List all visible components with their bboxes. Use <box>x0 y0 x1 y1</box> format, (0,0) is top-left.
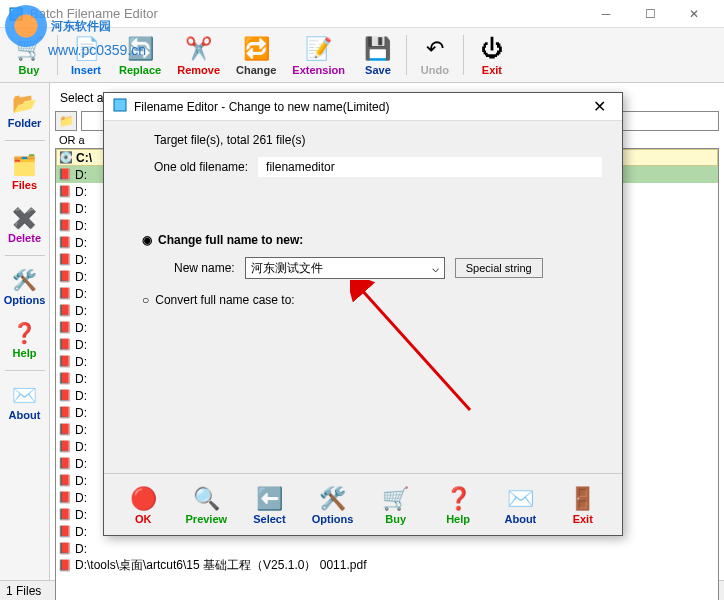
radio-checked-icon: ◉ <box>142 233 152 247</box>
replace-icon: 🔄 <box>126 35 154 63</box>
delete-button[interactable]: ✖️ Delete <box>3 202 47 247</box>
file-row[interactable]: 📕D: <box>56 540 718 557</box>
pdf-icon: 📕 <box>58 253 72 267</box>
pdf-icon: 📕 <box>58 406 72 420</box>
pdf-icon: 📕 <box>58 372 72 386</box>
envelope-icon: ✉️ <box>12 382 38 408</box>
drive-icon: 💽 <box>59 151 73 165</box>
pdf-icon: 📕 <box>58 440 72 454</box>
pdf-icon: 📕 <box>58 525 72 539</box>
undo-icon: ↶ <box>421 35 449 63</box>
target-files-label: Target file(s), total 261 file(s) <box>154 133 305 147</box>
app-icon <box>8 6 24 22</box>
maximize-button[interactable]: ☐ <box>628 0 672 28</box>
delete-icon: ✖️ <box>12 205 38 231</box>
remove-icon: ✂️ <box>185 35 213 63</box>
cart-icon: 🛒 <box>15 35 43 63</box>
power-icon: ⏻ <box>478 35 506 63</box>
pdf-icon: 📕 <box>58 389 72 403</box>
options-icon: 🛠️ <box>319 485 347 513</box>
pdf-icon: 📕 <box>58 219 72 233</box>
pdf-icon: 📕 <box>58 474 72 488</box>
replace-button[interactable]: 🔄 Replace <box>112 31 168 79</box>
remove-button[interactable]: ✂️ Remove <box>170 31 227 79</box>
ok-icon: 🔴 <box>129 485 157 513</box>
pdf-icon: 📕 <box>58 236 72 250</box>
cart-icon: 🛒 <box>382 485 410 513</box>
pdf-icon: 📕 <box>58 423 72 437</box>
files-button[interactable]: 🗂️ Files <box>3 149 47 194</box>
dialog-title: Filename Editor - Change to new name(Lim… <box>134 100 584 114</box>
minimize-button[interactable]: ─ <box>584 0 628 28</box>
pdf-icon: 📕 <box>58 355 72 369</box>
insert-button[interactable]: 📄 Insert <box>62 31 110 79</box>
dialog-close-button[interactable]: ✕ <box>584 95 614 119</box>
dlg-buy-button[interactable]: 🛒 Buy <box>372 483 420 527</box>
exit-icon: 🚪 <box>569 485 597 513</box>
change-icon: 🔁 <box>242 35 270 63</box>
pdf-icon: 📕 <box>58 491 72 505</box>
dlg-options-button[interactable]: 🛠️ Options <box>308 483 358 527</box>
pdf-icon: 📕 <box>58 202 72 216</box>
pdf-icon: 📕 <box>58 457 72 471</box>
pdf-icon: 📕 <box>58 542 72 556</box>
close-button[interactable]: ✕ <box>672 0 716 28</box>
buy-button[interactable]: 🛒 Buy <box>5 31 53 79</box>
pdf-icon: 📕 <box>58 270 72 284</box>
dlg-exit-button[interactable]: 🚪 Exit <box>559 483 607 527</box>
folder-icon: 📂 <box>12 90 38 116</box>
svg-rect-1 <box>114 99 126 111</box>
pdf-icon: 📕 <box>58 168 72 182</box>
old-filename-label: One old filename: <box>154 160 248 174</box>
about-button[interactable]: ✉️ About <box>3 379 47 424</box>
dialog-toolbar: 🔴 OK 🔍 Preview ⬅️ Select 🛠️ Options 🛒 Bu… <box>104 473 622 535</box>
pdf-icon: 📕 <box>58 338 72 352</box>
radio-unchecked-icon: ○ <box>142 293 149 307</box>
options-button[interactable]: 🛠️ Options <box>3 264 47 309</box>
insert-icon: 📄 <box>72 35 100 63</box>
svg-rect-0 <box>10 8 22 20</box>
pdf-icon: 📕 <box>58 304 72 318</box>
extension-button[interactable]: 📝 Extension <box>285 31 352 79</box>
pdf-icon: 📕 <box>58 508 72 522</box>
save-button[interactable]: 💾 Save <box>354 31 402 79</box>
dlg-about-button[interactable]: ✉️ About <box>496 483 544 527</box>
options-icon: 🛠️ <box>12 267 38 293</box>
window-title: Batch Filename Editor <box>30 6 584 21</box>
special-string-button[interactable]: Special string <box>455 258 543 278</box>
help-icon: ❓ <box>444 485 472 513</box>
save-icon: 💾 <box>364 35 392 63</box>
files-icon: 🗂️ <box>12 152 38 178</box>
undo-button[interactable]: ↶ Undo <box>411 31 459 79</box>
exit-button[interactable]: ⏻ Exit <box>468 31 516 79</box>
pdf-icon: 📕 <box>58 287 72 301</box>
chevron-down-icon: ⌵ <box>432 261 439 275</box>
titlebar: Batch Filename Editor ─ ☐ ✕ <box>0 0 724 28</box>
dialog-icon <box>112 97 128 116</box>
dlg-help-button[interactable]: ❓ Help <box>434 483 482 527</box>
change-dialog: Filename Editor - Change to new name(Lim… <box>103 92 623 536</box>
preview-button[interactable]: 🔍 Preview <box>182 483 232 527</box>
radio-convert-case[interactable]: ○ Convert full name case to: <box>142 293 602 307</box>
new-name-combo[interactable]: 河东测试文件 ⌵ <box>245 257 445 279</box>
status-files: 1 Files <box>6 584 41 598</box>
ok-button[interactable]: 🔴 OK <box>119 483 167 527</box>
help-button[interactable]: ❓ Help <box>3 317 47 362</box>
pdf-icon: 📕 <box>58 559 72 573</box>
radio-change-full[interactable]: ◉ Change full name to new: <box>142 233 602 247</box>
pdf-icon: 📕 <box>58 321 72 335</box>
search-icon: 🔍 <box>192 485 220 513</box>
extension-icon: 📝 <box>305 35 333 63</box>
folder-button[interactable]: 📂 Folder <box>3 87 47 132</box>
file-row[interactable]: 📕D:\tools\桌面\artcut6\15 基础工程（V25.1.0） 00… <box>56 557 718 574</box>
new-name-label: New name: <box>174 261 235 275</box>
browse-button[interactable]: 📁 <box>55 111 77 131</box>
pdf-icon: 📕 <box>58 185 72 199</box>
select-button[interactable]: ⬅️ Select <box>245 483 293 527</box>
main-toolbar: 🛒 Buy 📄 Insert 🔄 Replace ✂️ Remove 🔁 Cha… <box>0 28 724 83</box>
change-button[interactable]: 🔁 Change <box>229 31 283 79</box>
old-filename-value: filenameditor <box>258 157 602 177</box>
envelope-icon: ✉️ <box>506 485 534 513</box>
help-icon: ❓ <box>12 320 38 346</box>
sidebar: 📂 Folder 🗂️ Files ✖️ Delete 🛠️ Options ❓… <box>0 83 50 580</box>
